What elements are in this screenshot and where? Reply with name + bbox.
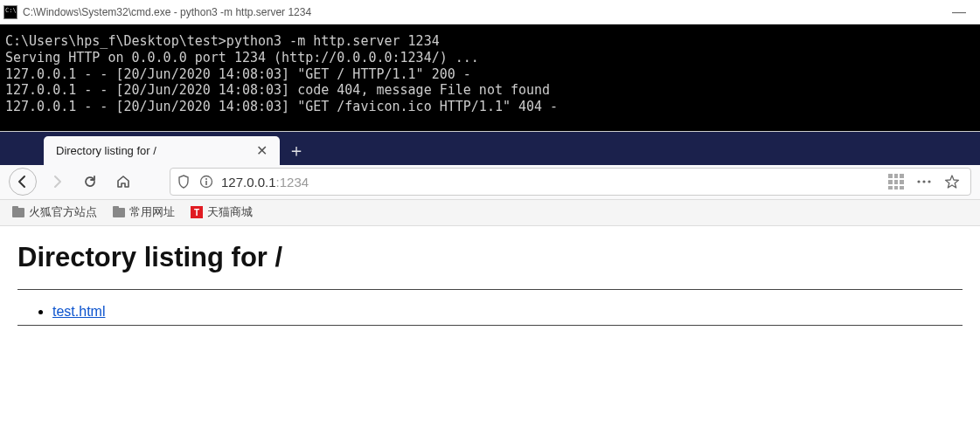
tmall-icon: T [191, 206, 203, 218]
bookmark-folder-common[interactable]: 常用网址 [113, 204, 175, 220]
cmd-output[interactable]: C:\Users\hps_f\Desktop\test>python3 -m h… [0, 24, 980, 131]
qr-icon[interactable] [886, 172, 906, 191]
cmd-titlebar[interactable]: C:\Windows\System32\cmd.exe - python3 -m… [0, 0, 980, 24]
divider [17, 325, 963, 326]
url-host: 127.0.0.1 [221, 175, 276, 189]
bookmark-tmall[interactable]: T 天猫商城 [191, 204, 253, 220]
file-list: test.html [17, 304, 963, 320]
cmd-line: 127.0.0.1 - - [20/Jun/2020 14:08:03] "GE… [5, 66, 471, 82]
url-port: :1234 [276, 175, 309, 189]
svg-point-5 [928, 181, 930, 183]
arrow-right-icon [50, 175, 64, 189]
bookmark-star-button[interactable] [942, 172, 962, 191]
tab-strip: Directory listing for / ✕ ＋ [0, 132, 980, 165]
cmd-line: 127.0.0.1 - - [20/Jun/2020 14:08:03] "GE… [5, 99, 558, 114]
folder-icon [12, 208, 24, 217]
browser-window: Directory listing for / ✕ ＋ 127.0.0.1:12… [0, 131, 980, 355]
svg-rect-2 [205, 181, 207, 185]
page-actions-button[interactable] [914, 172, 934, 191]
ellipsis-icon [916, 179, 932, 184]
bookmark-folder-firefox[interactable]: 火狐官方站点 [12, 204, 97, 220]
bookmark-label: 火狐官方站点 [29, 204, 97, 220]
file-link[interactable]: test.html [52, 304, 105, 319]
bookmark-label: 天猫商城 [207, 204, 253, 220]
info-icon[interactable] [198, 174, 214, 189]
cmd-icon [3, 5, 17, 19]
cmd-title-text: C:\Windows\System32\cmd.exe - python3 -m… [23, 6, 942, 18]
cmd-line: C:\Users\hps_f\Desktop\test>python3 -m h… [5, 33, 440, 49]
minimize-button[interactable]: — [942, 4, 977, 20]
svg-point-3 [917, 181, 920, 183]
shield-icon[interactable] [176, 174, 191, 189]
tab-title: Directory listing for / [56, 144, 156, 157]
svg-point-1 [205, 178, 207, 180]
close-icon[interactable]: ✕ [256, 142, 268, 159]
home-button[interactable] [110, 169, 136, 195]
bookmarks-bar: 火狐官方站点 常用网址 T 天猫商城 [0, 200, 980, 226]
arrow-left-icon [16, 175, 30, 189]
home-icon [115, 174, 131, 189]
reload-button[interactable] [77, 169, 103, 195]
back-button[interactable] [9, 168, 37, 196]
cmd-line: Serving HTTP on 0.0.0.0 port 1234 (http:… [5, 50, 479, 65]
address-bar[interactable]: 127.0.0.1:1234 [170, 168, 971, 196]
cmd-window: C:\Windows\System32\cmd.exe - python3 -m… [0, 0, 980, 131]
list-item: test.html [52, 304, 963, 320]
page-title: Directory listing for / [17, 242, 963, 273]
nav-toolbar: 127.0.0.1:1234 [0, 165, 980, 200]
folder-icon [113, 208, 125, 217]
star-icon [944, 174, 960, 189]
reload-icon [83, 175, 97, 189]
divider [17, 289, 963, 290]
bookmark-label: 常用网址 [129, 204, 175, 220]
svg-point-4 [922, 181, 925, 183]
url-text: 127.0.0.1:1234 [221, 175, 879, 189]
browser-tab-active[interactable]: Directory listing for / ✕ [44, 136, 280, 165]
forward-button [44, 169, 70, 195]
new-tab-button[interactable]: ＋ [283, 136, 309, 165]
page-content: Directory listing for / test.html [0, 226, 980, 355]
cmd-line: 127.0.0.1 - - [20/Jun/2020 14:08:03] cod… [5, 82, 550, 98]
